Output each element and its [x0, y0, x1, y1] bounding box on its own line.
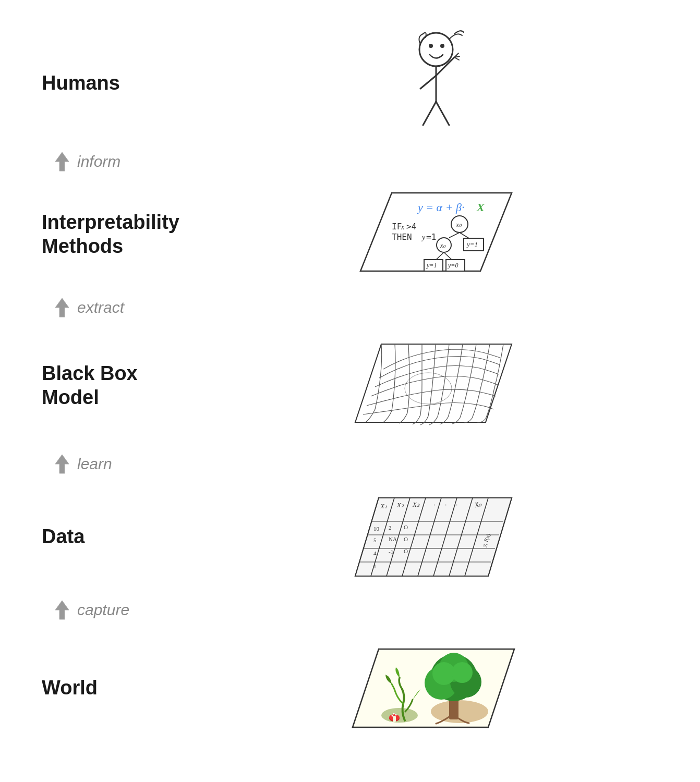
svg-point-84: [392, 715, 393, 717]
humans-illustration: [209, 26, 658, 141]
world-svg: [340, 631, 527, 746]
humans-label: Humans: [42, 71, 209, 95]
svg-text:x₀: x₀: [440, 242, 446, 249]
svg-point-85: [395, 714, 397, 716]
svg-text:y=0: y=0: [448, 262, 458, 269]
svg-text:X₂: X₂: [396, 501, 404, 509]
svg-marker-11: [55, 152, 69, 171]
blackbox-svg: [340, 328, 527, 443]
svg-text:IF: IF: [392, 222, 402, 231]
svg-rect-83: [393, 716, 396, 722]
svg-text:X₃: X₃: [412, 500, 420, 508]
svg-text:NA: NA: [389, 536, 397, 542]
world-label: World: [42, 676, 209, 700]
svg-text:X₁: X₁: [380, 502, 387, 510]
svg-point-2: [440, 44, 444, 48]
blackbox-row: Black Box Model: [42, 328, 658, 443]
svg-text:O: O: [404, 524, 408, 530]
svg-text:-1: -1: [389, 548, 393, 555]
svg-text:>4: >4: [406, 222, 416, 231]
data-illustration: X₁ X₂ X₃ · · · Xₚ 10 5 4 1 2 NA -1 O O O…: [209, 485, 658, 589]
extract-label: extract: [77, 299, 124, 316]
world-illustration: [209, 631, 658, 746]
interpretability-title: Interpretability Methods: [42, 211, 209, 258]
svg-text:O: O: [404, 548, 408, 554]
inform-label: inform: [77, 153, 120, 170]
svg-text:·: ·: [445, 501, 446, 508]
world-row: World: [42, 631, 658, 746]
arrow-extract-row: extract: [42, 287, 658, 328]
svg-point-1: [429, 44, 433, 48]
svg-marker-36: [355, 344, 512, 422]
blackbox-title: Black Box Model: [42, 362, 209, 409]
svg-text:THEN: THEN: [392, 232, 412, 242]
humans-title: Humans: [42, 71, 209, 95]
learn-label: learn: [77, 455, 112, 473]
svg-text:y: y: [421, 234, 426, 241]
blackbox-illustration: [209, 328, 658, 443]
svg-text:x₀: x₀: [455, 221, 462, 228]
svg-marker-38: [55, 455, 69, 473]
svg-text:·: ·: [433, 501, 435, 508]
data-table-svg: X₁ X₂ X₃ · · · Xₚ 10 5 4 1 2 NA -1 O O O…: [345, 485, 522, 589]
humans-row: Humans: [42, 26, 658, 141]
svg-line-10: [436, 102, 449, 125]
data-label: Data: [42, 525, 209, 549]
interp-methods-svg: y = α + β· X IF x >4 THEN y =1 x₀ x₀ y: [345, 182, 522, 287]
blackbox-label: Black Box Model: [42, 362, 209, 409]
stick-figure-svg: [381, 26, 486, 141]
world-title: World: [42, 676, 209, 700]
svg-text:x: x: [401, 223, 405, 231]
svg-text:2: 2: [389, 524, 392, 531]
svg-text:y = α + β·: y = α + β·: [417, 201, 464, 214]
svg-text:10: 10: [373, 526, 380, 532]
svg-text:5: 5: [373, 537, 377, 543]
svg-text:y=1: y=1: [426, 262, 437, 269]
svg-marker-35: [55, 298, 69, 317]
interpretability-illustration: y = α + β· X IF x >4 THEN y =1 x₀ x₀ y: [209, 182, 658, 287]
interpretability-row: Interpretability Methods y = α + β· X IF…: [42, 182, 658, 287]
capture-arrow-icon: [52, 598, 72, 621]
svg-line-7: [454, 57, 459, 60]
arrow-learn-row: learn: [42, 443, 658, 485]
svg-text:y=1: y=1: [466, 240, 478, 248]
svg-text:4: 4: [373, 550, 377, 556]
inform-arrow-icon: [52, 150, 72, 173]
svg-line-8: [420, 76, 436, 89]
data-title: Data: [42, 525, 209, 549]
main-diagram: Humans: [0, 0, 700, 761]
capture-label: capture: [77, 601, 129, 619]
extract-arrow-icon: [52, 296, 72, 319]
svg-point-0: [419, 33, 453, 66]
svg-line-9: [423, 102, 436, 125]
svg-text:=1: =1: [426, 232, 436, 242]
svg-text:O: O: [404, 536, 408, 542]
interpretability-label: Interpretability Methods: [42, 211, 209, 258]
svg-point-73: [381, 708, 418, 723]
svg-point-86: [393, 713, 395, 715]
arrow-inform-row: inform: [42, 141, 658, 182]
svg-text:X: X: [476, 201, 485, 214]
learn-arrow-icon: [52, 453, 72, 475]
arrow-capture-row: capture: [42, 589, 658, 631]
svg-text:·: ·: [456, 501, 457, 508]
svg-text:1: 1: [373, 563, 377, 569]
data-row: Data X: [42, 485, 658, 589]
svg-marker-70: [55, 601, 69, 619]
svg-point-80: [452, 662, 473, 683]
